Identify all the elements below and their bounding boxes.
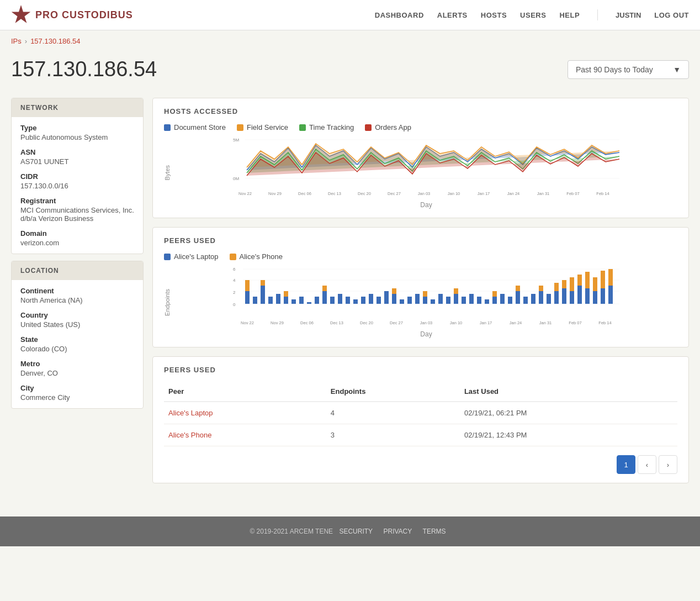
svg-text:6: 6 — [233, 267, 236, 272]
date-range-selector[interactable]: Past 90 Days to Today ▼ — [568, 60, 689, 79]
peers-y-label: Endpoints — [164, 289, 171, 316]
breadcrumb-current[interactable]: 157.130.186.54 — [30, 37, 80, 45]
nav-divider — [597, 9, 598, 20]
svg-text:Feb 14: Feb 14 — [598, 320, 611, 325]
svg-text:Jan 10: Jan 10 — [448, 191, 460, 196]
peers-table-header-row: Peer Endpoints Last Used — [164, 382, 677, 402]
svg-rect-44 — [361, 297, 365, 304]
svg-text:Feb 07: Feb 07 — [566, 191, 579, 196]
svg-rect-40 — [330, 297, 335, 304]
network-registrant-value: MCI Communications Services, Inc. d/b/a … — [20, 206, 134, 223]
peers-chart-area: 6 4 2 0 — [175, 266, 677, 338]
footer: © 2019-2021 ARCEM TENE SECURITY PRIVACY … — [0, 516, 700, 546]
svg-rect-79 — [570, 291, 574, 304]
peer-link-1[interactable]: Alice's Phone — [168, 431, 211, 439]
svg-rect-87 — [601, 288, 605, 304]
svg-rect-45 — [369, 294, 373, 304]
location-country-row: Country United States (US) — [20, 311, 134, 329]
svg-rect-76 — [554, 283, 559, 291]
breadcrumb: IPs › 157.130.186.54 — [0, 30, 700, 52]
network-header: NETWORK — [12, 98, 143, 117]
peers-x-axis-label: Day — [175, 330, 677, 338]
right-panel: HOSTS ACCESSED Document Store Field Serv… — [152, 98, 689, 483]
hosts-legend-label-1: Field Service — [247, 123, 288, 131]
svg-text:Feb 07: Feb 07 — [569, 320, 581, 325]
nav-alerts[interactable]: ALERTS — [437, 11, 468, 19]
peers-legend-item-1: Alice's Phone — [230, 252, 283, 261]
svg-rect-65 — [492, 291, 497, 297]
col-endpoints: Endpoints — [326, 382, 460, 402]
location-city-row: City Commerce City — [20, 384, 134, 402]
peers-table-body: Alice's Laptop 4 02/19/21, 06:21 PM Alic… — [164, 402, 677, 446]
svg-rect-70 — [523, 297, 528, 304]
location-header: LOCATION — [12, 261, 143, 280]
svg-text:Dec 06: Dec 06 — [300, 320, 314, 325]
breadcrumb-parent[interactable]: IPs — [11, 37, 22, 45]
svg-text:Dec 27: Dec 27 — [390, 320, 403, 325]
peer-last-used-1: 02/19/21, 12:43 PM — [460, 424, 677, 446]
nav-users[interactable]: USERS — [520, 11, 546, 19]
svg-rect-28 — [261, 286, 265, 304]
svg-rect-39 — [322, 286, 327, 291]
svg-rect-38 — [322, 291, 327, 304]
page-1-button[interactable]: 1 — [617, 455, 635, 474]
nav-links: DASHBOARD ALERTS HOSTS USERS HELP JUSTIN… — [375, 9, 689, 20]
main-content: 157.130.186.54 Past 90 Days to Today ▼ N… — [0, 52, 700, 500]
network-asn-value: AS701 UUNET — [20, 157, 134, 166]
svg-rect-37 — [315, 297, 319, 304]
nav-help[interactable]: HELP — [559, 11, 580, 19]
svg-text:Jan 03: Jan 03 — [420, 320, 433, 325]
nav-dashboard[interactable]: DASHBOARD — [375, 11, 424, 19]
svg-rect-69 — [516, 286, 520, 291]
location-body: Continent North America (NA) Country Uni… — [12, 280, 143, 408]
svg-text:Dec 13: Dec 13 — [328, 191, 341, 196]
peers-x-ticks: Nov 22 Nov 29 Dec 06 Dec 13 Dec 20 Dec 2… — [175, 318, 677, 326]
svg-rect-52 — [415, 294, 420, 304]
page-title: 157.130.186.54 — [11, 57, 157, 81]
svg-rect-41 — [338, 294, 342, 304]
nav-hosts[interactable]: HOSTS — [481, 11, 507, 19]
peer-name-1: Alice's Phone — [164, 424, 326, 446]
hosts-legend-label-2: Time Tracking — [309, 123, 354, 131]
svg-rect-57 — [446, 297, 450, 304]
svg-rect-43 — [353, 299, 358, 304]
network-registrant-row: Registrant MCI Communications Services, … — [20, 197, 134, 223]
col-peer: Peer — [164, 382, 326, 402]
network-cidr-label: CIDR — [20, 172, 134, 181]
network-cidr-value: 157.130.0.0/16 — [20, 182, 134, 190]
svg-rect-47 — [384, 291, 389, 304]
location-continent-value: North America (NA) — [20, 296, 134, 304]
location-continent-row: Continent North America (NA) — [20, 287, 134, 304]
svg-rect-54 — [423, 291, 427, 297]
location-city-value: Commerce City — [20, 393, 134, 402]
footer-security-link[interactable]: SECURITY — [339, 528, 373, 535]
nav-logout[interactable]: LOG OUT — [654, 11, 689, 19]
svg-rect-49 — [392, 288, 396, 294]
svg-rect-59 — [454, 288, 458, 294]
svg-text:Nov 29: Nov 29 — [268, 191, 282, 196]
svg-text:Jan 17: Jan 17 — [478, 191, 490, 196]
svg-rect-82 — [577, 275, 582, 286]
hosts-chart-title: HOSTS ACCESSED — [164, 107, 677, 115]
next-page-button[interactable]: › — [659, 455, 677, 474]
footer-terms-link[interactable]: TERMS — [423, 528, 446, 535]
peers-legend: Alice's Laptop Alice's Phone — [164, 252, 677, 261]
left-panel: NETWORK Type Public Autonomous System AS… — [11, 98, 144, 409]
hosts-legend-label-0: Document Store — [174, 123, 226, 131]
brand-icon — [11, 5, 31, 25]
svg-rect-80 — [570, 277, 574, 291]
svg-rect-32 — [284, 297, 288, 304]
peer-name-0: Alice's Laptop — [164, 402, 326, 424]
svg-rect-84 — [585, 272, 590, 288]
peer-link-0[interactable]: Alice's Laptop — [168, 409, 213, 417]
svg-rect-35 — [299, 297, 304, 304]
svg-text:Jan 24: Jan 24 — [510, 320, 522, 325]
svg-text:Feb 14: Feb 14 — [596, 191, 609, 196]
footer-privacy-link[interactable]: PRIVACY — [383, 528, 412, 535]
peer-last-used-0: 02/19/21, 06:21 PM — [460, 402, 677, 424]
svg-text:Nov 22: Nov 22 — [241, 320, 254, 325]
svg-text:Jan 24: Jan 24 — [507, 191, 520, 196]
prev-page-button[interactable]: ‹ — [638, 455, 656, 474]
svg-rect-74 — [547, 294, 551, 304]
chevron-down-icon: ▼ — [673, 65, 681, 74]
